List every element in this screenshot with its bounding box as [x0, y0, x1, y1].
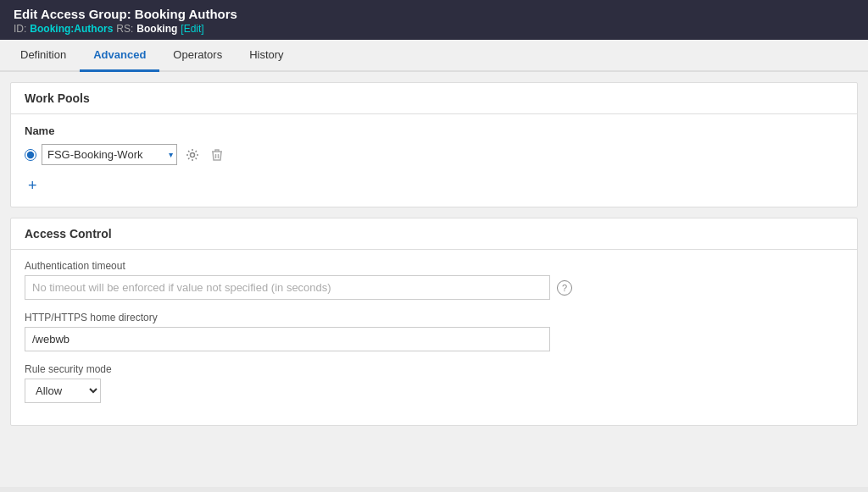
header-meta: ID: Booking:Authors RS: Booking [Edit] — [14, 23, 854, 35]
work-pools-title: Work Pools — [11, 83, 857, 114]
work-pools-body: Name + — [11, 114, 857, 207]
tab-history[interactable]: History — [236, 40, 297, 72]
http-dir-input[interactable] — [25, 327, 550, 351]
tab-operators[interactable]: Operators — [159, 40, 236, 72]
http-dir-group: HTTP/HTTPS home directory — [25, 312, 843, 351]
auth-timeout-input[interactable] — [25, 275, 550, 300]
http-dir-label: HTTP/HTTPS home directory — [25, 312, 843, 323]
auth-timeout-row: ? — [25, 275, 843, 300]
rule-security-select[interactable]: Allow Deny — [25, 379, 101, 403]
work-pool-name-input[interactable] — [42, 144, 177, 165]
edit-link[interactable]: [Edit] — [181, 23, 203, 35]
rs-label: RS: — [116, 23, 133, 35]
access-control-section: Access Control Authentication timeout ? … — [10, 218, 858, 426]
rule-security-group: Rule security mode Allow Deny — [25, 363, 843, 403]
work-pool-radio[interactable] — [25, 149, 36, 161]
tabs-bar: Definition Advanced Operators History — [0, 40, 868, 72]
name-column-header: Name — [25, 124, 843, 137]
access-control-title: Access Control — [11, 218, 857, 250]
tab-definition[interactable]: Definition — [7, 40, 80, 72]
work-pool-delete-button[interactable] — [208, 146, 226, 163]
work-pool-input-wrapper — [42, 144, 177, 165]
auth-timeout-help-icon[interactable]: ? — [557, 280, 572, 296]
auth-timeout-label: Authentication timeout — [25, 260, 843, 272]
id-value: Booking:Authors — [30, 23, 113, 35]
add-work-pool-button[interactable]: + — [25, 175, 41, 196]
page-title: Edit Access Group: Booking Authors — [14, 7, 854, 21]
rs-value: Booking — [136, 23, 177, 35]
tab-advanced[interactable]: Advanced — [80, 40, 159, 72]
access-control-body: Authentication timeout ? HTTP/HTTPS home… — [11, 250, 857, 425]
auth-timeout-group: Authentication timeout ? — [25, 260, 843, 300]
rule-security-label: Rule security mode — [25, 363, 843, 375]
page-header: Edit Access Group: Booking Authors ID: B… — [0, 0, 868, 40]
work-pools-section: Work Pools Name — [10, 82, 858, 207]
main-content: Work Pools Name — [0, 72, 868, 487]
id-label: ID: — [14, 23, 26, 35]
svg-point-0 — [191, 152, 195, 157]
work-pool-settings-button[interactable] — [182, 146, 203, 163]
work-pool-row — [25, 144, 843, 165]
